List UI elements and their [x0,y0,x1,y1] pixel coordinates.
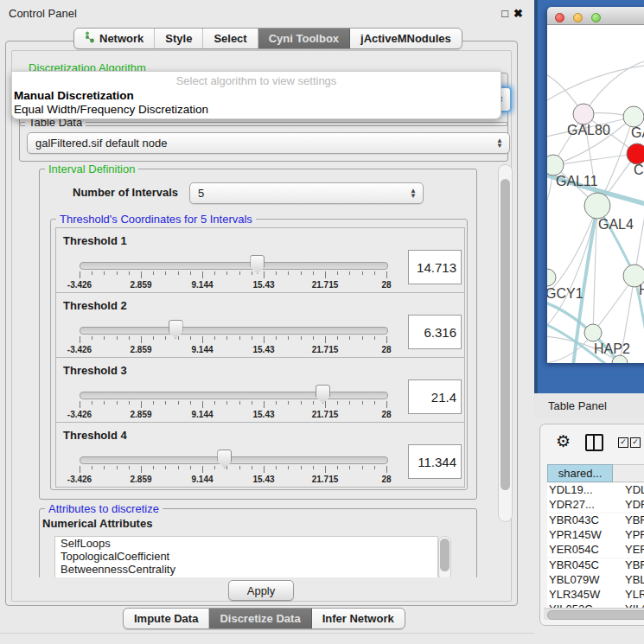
slider-tick [80,466,80,473]
threshold-row-4: Threshold 4-3.4262.8599.14415.4321.71528… [55,422,465,488]
tab-select[interactable]: Select [203,29,258,48]
list-item[interactable]: TopologicalCoefficient [55,550,437,563]
slider-tick [141,271,142,278]
tab-jactivemnodules[interactable]: jActiveMNodules [350,29,462,48]
tab-style[interactable]: Style [155,29,203,48]
attributes-scrollbar[interactable] [438,536,451,577]
slider-tick-label: 9.144 [191,280,213,290]
slider-handle[interactable] [316,385,330,404]
HAP2-node[interactable] [584,324,602,341]
slider-tick [104,271,105,275]
table-horizontal-scrollbar-thumb[interactable] [547,610,644,620]
GAL4-node[interactable] [584,193,610,219]
slider-tick [252,336,252,340]
table-row[interactable]: YDR27...YDR2 [547,498,644,513]
slider-tick [214,271,215,275]
tab-cyni-toolbox[interactable]: Cyni Toolbox [258,29,350,48]
tab-discretize-data[interactable]: Discretize Data [209,609,311,628]
cell-shared-name: YBL079W [547,573,620,588]
slider-tick-label: 2.859 [130,475,151,484]
slider-handle[interactable] [217,450,232,469]
slider-handle[interactable] [250,255,265,274]
slider-tick-label: 21.715 [312,345,339,354]
cell-name: YBR0 [620,513,644,528]
cell-name: YBL0 [620,573,644,588]
slider-tick [374,271,375,275]
node-label-H: H [639,283,644,297]
table-row[interactable]: YBR045CYBR0 [547,558,644,573]
minimize-traffic-light[interactable] [573,13,583,22]
number-of-intervals-combo[interactable]: 5 ▲▼ [189,182,424,204]
slider-track[interactable] [80,392,388,399]
list-item[interactable]: BetweennessCentrality [55,563,437,576]
popup-item-2[interactable]: Equal Width/Frequency Discretization [14,103,208,116]
gear-icon[interactable]: ⚙ [556,431,571,451]
tab-impute-data[interactable]: Impute Data [124,609,209,628]
slider-track[interactable] [80,327,388,335]
slider-handle[interactable] [169,320,183,339]
slider-tick [92,401,92,405]
table-row[interactable]: YPR145WYPR1 [547,528,644,543]
slider-tick [178,466,179,469]
table-data-combo[interactable]: galFiltered.sif default node ▲▼ [27,132,510,154]
checkbox-icon[interactable]: ✓ [630,437,641,448]
columns-icon[interactable] [585,434,603,451]
cell-shared-name: YER054C [547,543,620,558]
slider-tick-label: -3.426 [67,475,92,484]
slider-tick [226,271,227,275]
cell-shared-name: YBR045C [547,558,620,573]
GAL11-node[interactable] [547,155,564,175]
table-row[interactable]: YLR345WYLR3 [547,588,644,603]
table-horizontal-scrollbar[interactable] [544,608,644,620]
close-icon[interactable]: ✖ [513,7,528,20]
float-icon[interactable]: □ [501,7,513,20]
table-data-combo-value: galFiltered.sif default node [35,137,167,150]
slider-track[interactable] [80,262,388,270]
bottom-tab-bar: Impute DataDiscretize DataInfer Network [123,608,405,629]
settings-scroll-viewport: Interval Definition Number of Intervals … [12,163,498,577]
list-item[interactable]: SelfLoops [55,537,437,550]
network-window-titlebar[interactable] [547,7,644,25]
threshold-value-field[interactable]: 21.4 [408,379,462,414]
threshold-value-field[interactable]: 6.316 [408,315,462,349]
GCY1-node[interactable] [547,269,556,286]
column-header-1[interactable]: shared... [547,464,613,482]
slider-tick [288,401,289,405]
popup-item-1[interactable]: Manual Discretization [14,89,134,102]
slider-tick [301,336,302,340]
red-node[interactable] [627,143,644,164]
checkbox-icon[interactable]: ✓ [618,437,628,448]
table-row[interactable]: YBL079WYBL0 [547,573,644,588]
tab-infer-network[interactable]: Infer Network [312,609,405,628]
slider-tick [288,336,289,340]
GAL80-node[interactable] [573,104,594,124]
tab-network[interactable]: Network [74,29,155,48]
table-row[interactable]: YBR043CYBR0 [547,513,644,528]
zoom-traffic-light[interactable] [591,13,601,22]
attributes-scrollbar-thumb[interactable] [440,539,450,571]
threshold-value-field[interactable]: 14.713 [408,250,462,284]
slider-track[interactable] [80,456,388,464]
close-traffic-light[interactable] [555,13,564,22]
threshold-value-field[interactable]: 11.344 [408,444,462,479]
slider-tick [313,401,314,405]
cell-name: YDL1 [620,483,644,498]
table-row[interactable]: YDL19...YDL1 [547,483,644,498]
combo-stepper-icon: ▲▼ [410,183,417,203]
cell-name: YDR2 [620,498,644,513]
tab-label: Style [165,32,192,45]
thresholds-group: Threshold's Coordinates for 5 Intervals … [50,219,468,490]
slider-tick [239,271,240,275]
slider-tick [313,271,314,275]
settings-scrollbar[interactable] [498,164,513,522]
slider-tick [325,271,326,278]
numerical-attributes-list[interactable]: SelfLoopsTopologicalCoefficientBetweenne… [54,536,438,577]
network-canvas[interactable]: GAL80GACGAL11GAL4GCY1HHAP2 [547,25,644,363]
apply-button[interactable]: Apply [228,580,294,601]
top-right-node[interactable] [623,106,644,127]
table-row[interactable]: YER054CYER0 [547,543,644,558]
network-window[interactable]: GAL80GACGAL11GAL4GCY1HHAP2 [547,7,644,363]
column-header-2[interactable]: na [613,464,644,482]
settings-scrollbar-thumb[interactable] [501,179,510,490]
threshold-row-1: Threshold 1-3.4262.8599.14415.4321.71528… [55,227,465,293]
